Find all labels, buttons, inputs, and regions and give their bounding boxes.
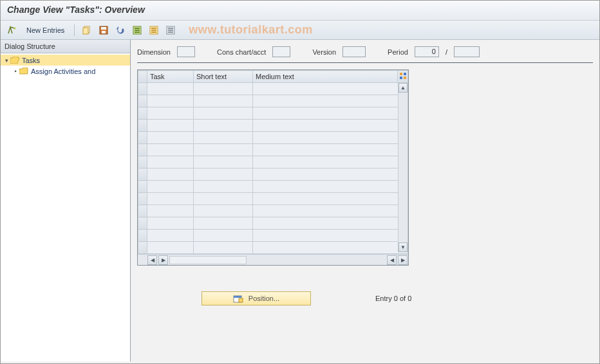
scroll-first-icon[interactable]: ◀ bbox=[147, 255, 157, 265]
row-selector[interactable] bbox=[138, 144, 147, 156]
table-row[interactable] bbox=[138, 83, 408, 95]
cell-medium-text[interactable] bbox=[253, 95, 408, 107]
table-row[interactable] bbox=[138, 217, 408, 230]
cell-short-text[interactable] bbox=[194, 95, 253, 107]
cell-task[interactable] bbox=[147, 205, 194, 217]
save-icon[interactable] bbox=[97, 24, 110, 37]
cell-short-text[interactable] bbox=[194, 217, 253, 230]
tree-collapse-icon[interactable]: ▾ bbox=[3, 57, 10, 64]
cell-task[interactable] bbox=[147, 217, 194, 230]
dimension-field[interactable] bbox=[177, 46, 195, 57]
cell-medium-text[interactable] bbox=[253, 107, 408, 120]
cell-short-text[interactable] bbox=[194, 205, 253, 217]
cell-medium-text[interactable] bbox=[253, 144, 408, 156]
cell-task[interactable] bbox=[147, 95, 194, 107]
toggle-icon[interactable] bbox=[6, 24, 19, 37]
row-selector[interactable] bbox=[138, 242, 147, 254]
cell-medium-text[interactable] bbox=[253, 217, 408, 230]
row-selector[interactable] bbox=[138, 132, 147, 144]
row-selector[interactable] bbox=[138, 120, 147, 132]
row-selector[interactable] bbox=[138, 107, 147, 120]
row-selector[interactable] bbox=[138, 217, 147, 230]
scroll-right-icon[interactable]: ◀ bbox=[387, 255, 397, 265]
cell-task[interactable] bbox=[147, 242, 194, 254]
cell-short-text[interactable] bbox=[194, 168, 253, 181]
tree-node-assign[interactable]: • Assign Activities and bbox=[1, 66, 130, 77]
deselect-all-icon[interactable] bbox=[164, 24, 177, 37]
col-task[interactable]: Task bbox=[147, 71, 194, 83]
table-row[interactable] bbox=[138, 193, 408, 205]
col-medium-text[interactable]: Medium text bbox=[253, 71, 398, 83]
scroll-last-icon[interactable]: ▶ bbox=[398, 255, 408, 265]
table-row[interactable] bbox=[138, 107, 408, 120]
table-row[interactable] bbox=[138, 144, 408, 156]
table-config-button[interactable] bbox=[398, 71, 408, 83]
scroll-up-icon[interactable]: ▲ bbox=[398, 83, 408, 93]
select-all-icon[interactable] bbox=[131, 24, 144, 37]
cell-medium-text[interactable] bbox=[253, 242, 408, 254]
version-field[interactable] bbox=[342, 46, 366, 57]
row-selector[interactable] bbox=[138, 205, 147, 217]
period-year-field[interactable] bbox=[454, 46, 480, 57]
cell-short-text[interactable] bbox=[194, 83, 253, 95]
cell-medium-text[interactable] bbox=[253, 132, 408, 144]
table-row[interactable] bbox=[138, 230, 408, 242]
table-row[interactable] bbox=[138, 95, 408, 107]
cell-medium-text[interactable] bbox=[253, 168, 408, 181]
table-row[interactable] bbox=[138, 156, 408, 168]
scroll-track[interactable] bbox=[169, 256, 247, 264]
cell-medium-text[interactable] bbox=[253, 205, 408, 217]
cell-task[interactable] bbox=[147, 120, 194, 132]
cell-medium-text[interactable] bbox=[253, 181, 408, 193]
vertical-scrollbar[interactable]: ▲ ▼ bbox=[398, 83, 408, 252]
cell-medium-text[interactable] bbox=[253, 193, 408, 205]
horizontal-scrollbar[interactable]: ◀ ▶ ◀ ▶ bbox=[138, 254, 408, 265]
cell-task[interactable] bbox=[147, 144, 194, 156]
row-selector[interactable] bbox=[138, 95, 147, 107]
undo-icon[interactable] bbox=[114, 24, 127, 37]
cell-task[interactable] bbox=[147, 107, 194, 120]
cell-short-text[interactable] bbox=[194, 144, 253, 156]
cell-short-text[interactable] bbox=[194, 120, 253, 132]
position-button[interactable]: Position... bbox=[202, 291, 311, 305]
cell-task[interactable] bbox=[147, 132, 194, 144]
table-corner[interactable] bbox=[138, 71, 147, 83]
table-row[interactable] bbox=[138, 120, 408, 132]
cell-short-text[interactable] bbox=[194, 230, 253, 242]
table-row[interactable] bbox=[138, 132, 408, 144]
cell-task[interactable] bbox=[147, 193, 194, 205]
cell-short-text[interactable] bbox=[194, 193, 253, 205]
cell-short-text[interactable] bbox=[194, 181, 253, 193]
row-selector[interactable] bbox=[138, 181, 147, 193]
table-row[interactable] bbox=[138, 181, 408, 193]
cell-task[interactable] bbox=[147, 156, 194, 168]
row-selector[interactable] bbox=[138, 156, 147, 168]
col-short-text[interactable]: Short text bbox=[194, 71, 253, 83]
table-row[interactable] bbox=[138, 168, 408, 181]
select-block-icon[interactable] bbox=[147, 24, 160, 37]
new-entries-button[interactable]: New Entries bbox=[23, 25, 68, 35]
cell-short-text[interactable] bbox=[194, 132, 253, 144]
cell-task[interactable] bbox=[147, 230, 194, 242]
row-selector[interactable] bbox=[138, 230, 147, 242]
cell-task[interactable] bbox=[147, 181, 194, 193]
row-selector[interactable] bbox=[138, 193, 147, 205]
scroll-left-icon[interactable]: ▶ bbox=[158, 255, 168, 265]
cell-task[interactable] bbox=[147, 83, 194, 95]
period-field[interactable]: 0 bbox=[415, 46, 439, 57]
cons-field[interactable] bbox=[272, 46, 290, 57]
cell-short-text[interactable] bbox=[194, 156, 253, 168]
row-selector[interactable] bbox=[138, 168, 147, 181]
cell-medium-text[interactable] bbox=[253, 230, 408, 242]
cell-short-text[interactable] bbox=[194, 242, 253, 254]
cell-medium-text[interactable] bbox=[253, 120, 408, 132]
scroll-down-icon[interactable]: ▼ bbox=[398, 242, 408, 252]
cell-medium-text[interactable] bbox=[253, 156, 408, 168]
tree-node-tasks[interactable]: ▾ Tasks bbox=[1, 55, 130, 66]
cell-medium-text[interactable] bbox=[253, 83, 408, 95]
row-selector[interactable] bbox=[138, 83, 147, 95]
table-row[interactable] bbox=[138, 205, 408, 217]
cell-task[interactable] bbox=[147, 168, 194, 181]
table-row[interactable] bbox=[138, 242, 408, 254]
copy-icon[interactable] bbox=[80, 24, 93, 37]
